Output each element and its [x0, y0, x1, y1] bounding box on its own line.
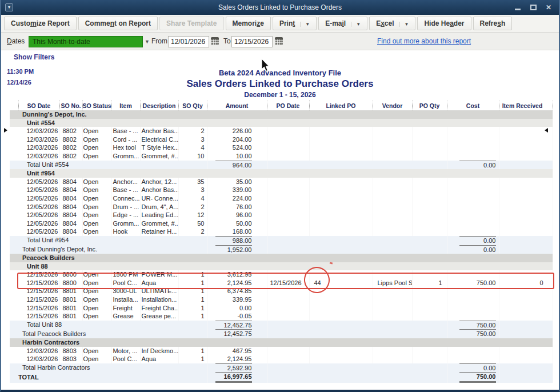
row-marker-right-icon — [545, 128, 548, 133]
show-filters-link[interactable]: Show Filters — [14, 53, 54, 61]
cell-so-qty: 10 — [178, 152, 207, 161]
find-out-more-link[interactable]: Find out more about this report — [377, 37, 471, 45]
excel-button[interactable]: Excel▼ — [369, 17, 415, 30]
cell-vendor — [373, 347, 412, 355]
table-row[interactable]: 12/15/20268800Open1500 PMPOWER M...13,61… — [10, 270, 553, 279]
group-label: Harbin Contractors — [18, 338, 553, 347]
customize-report-button[interactable]: Customize Report — [4, 17, 77, 30]
print-button[interactable]: Print▼ — [273, 17, 317, 30]
cell-vendor — [373, 203, 412, 211]
column-header-so-date: SO Date — [18, 101, 59, 110]
cell-linked-po — [309, 178, 373, 186]
report-company: Beta 2024 Advanced Inventory File — [1, 69, 559, 77]
cell-cost — [447, 347, 499, 355]
grand-total-row: TOTAL16,997.65750.00 — [10, 372, 553, 383]
total-row: Total Peacock Builders12,452.75750.00 — [10, 329, 553, 338]
column-header-po-date: PO Date — [267, 101, 309, 110]
table-row[interactable]: 12/15/20268801Open3000-ULULTIMATE...16,3… — [10, 287, 553, 295]
calendar-icon[interactable] — [275, 37, 283, 45]
cell-so-no: 8800 — [59, 279, 82, 287]
cell-item-received — [499, 143, 553, 152]
cell-so-status: Open — [82, 194, 111, 203]
cell-amount: 168.00 — [207, 227, 267, 236]
table-row[interactable]: 12/03/20268802OpenGromm...Grommet, #...1… — [10, 152, 553, 161]
hide-header-button[interactable]: Hide Header — [417, 17, 471, 30]
table-row[interactable]: 12/15/20268800OpenPool C...Aqua12,124.95… — [10, 279, 553, 287]
table-row[interactable]: 12/15/20268801OpenGreaseGrease pe...1-0.… — [10, 312, 553, 321]
maximize-button[interactable] — [527, 2, 539, 13]
cell-so-qty: 1 — [178, 312, 207, 321]
refresh-button[interactable]: Refresh — [473, 17, 513, 30]
cell-so-status: Open — [82, 135, 111, 144]
cell-linked-po — [309, 203, 373, 211]
cell-so-no: 8804 — [59, 186, 82, 194]
cell-so-date: 12/15/2026 — [18, 304, 59, 313]
cell-po-qty — [412, 186, 447, 194]
cell-cost — [447, 287, 499, 295]
cell-so-qty: 2 — [178, 127, 207, 135]
cell-description: Grommet, #... — [140, 219, 178, 228]
table-row[interactable]: 12/05/20268804OpenBase - ...Anchor Bas..… — [10, 186, 553, 194]
table-row[interactable]: 12/05/20268804OpenHookRetainer H...2168.… — [10, 227, 553, 236]
cell-item: Edge - ... — [111, 211, 140, 219]
report-table: SO DateSO No.SO StatusItemDescriptionSO … — [10, 101, 553, 383]
cell-po-date — [267, 304, 309, 313]
cell-item-received — [499, 203, 553, 211]
cell-cost — [447, 135, 499, 144]
cell-cost: 0.00 — [447, 236, 499, 245]
table-row[interactable]: 12/15/20268801OpenInstalla...Installatio… — [10, 295, 553, 304]
cell-so-qty: 4 — [178, 143, 207, 152]
cell-amount: 96.00 — [207, 211, 267, 219]
combo-arrow-icon[interactable]: ▼ — [145, 39, 150, 45]
email-button[interactable]: E-mail▼ — [318, 17, 367, 30]
cell-amount: 339.00 — [207, 186, 267, 194]
cell-so-date: 12/05/2026 — [18, 194, 59, 203]
cell-linked-po: 44 — [309, 279, 373, 287]
column-header-linked-po: Linked PO — [309, 101, 373, 110]
table-row[interactable]: 12/03/20268802OpenHex toolT Style Hex...… — [10, 143, 553, 152]
cell-po-date — [267, 143, 309, 152]
dropdown-arrow-icon: ▼ — [399, 22, 409, 27]
table-row[interactable]: 12/05/20268804OpenEdge - ...Leading Ed..… — [10, 211, 553, 219]
subsection-row: Unit #954 — [10, 169, 553, 178]
table-row[interactable]: 12/03/20268803OpenPool C...Aqua12,124.95 — [10, 355, 553, 363]
minimize-button[interactable] — [512, 2, 523, 13]
cell-so-qty: 1 — [178, 304, 207, 313]
table-row[interactable]: 12/03/20268803OpenMotor, ...Inf Deckmo..… — [10, 347, 553, 355]
cell-description: UR- Conne... — [140, 194, 178, 203]
cell-po-date — [267, 194, 309, 203]
cell-so-qty: 12 — [178, 211, 207, 219]
table-row[interactable]: 12/05/20268804OpenGromm...Grommet, #...5… — [10, 219, 553, 228]
cell-so-status: Open — [82, 178, 111, 186]
cell-item: Hex tool — [111, 143, 140, 152]
cell-cost: 0.00 — [447, 363, 499, 373]
cell-cost — [447, 203, 499, 211]
memorize-button[interactable]: Memorize — [226, 17, 271, 30]
cell-item-received — [499, 347, 553, 355]
table-row[interactable]: 12/05/20268804OpenConnec...UR- Conne...4… — [10, 194, 553, 203]
table-row[interactable]: 12/05/20268804OpenAnchor...Anchor, 12...… — [10, 178, 553, 186]
table-row[interactable]: 12/05/20268804OpenDrum - ...Drum, 4", A.… — [10, 203, 553, 211]
cell-vendor — [373, 178, 412, 186]
calendar-icon[interactable] — [211, 37, 219, 45]
cell-so-qty: 1 — [178, 355, 207, 363]
cell-vendor — [373, 295, 412, 304]
cell-description: T Style Hex... — [140, 143, 178, 152]
comment-on-report-button[interactable]: Comment on Report — [78, 17, 158, 30]
cell-vendor — [373, 211, 412, 219]
table-row[interactable]: 12/03/20268802OpenBase - ...Anchor Bas..… — [10, 127, 553, 135]
cell-po-date — [267, 347, 309, 355]
cell-item-received — [499, 194, 553, 203]
from-date-input[interactable] — [168, 36, 209, 47]
cell-so-status: Open — [82, 227, 111, 236]
close-button[interactable]: ✕ — [543, 2, 554, 13]
cell-linked-po — [309, 355, 373, 363]
cell-amount: 16,997.65 — [207, 372, 267, 383]
to-date-input[interactable] — [231, 36, 273, 47]
column-header-amount: Amount — [207, 101, 267, 110]
cell-so-no: 8801 — [59, 304, 82, 313]
table-row[interactable]: 12/15/20268801OpenFreightFreight Cha...1… — [10, 304, 553, 313]
date-range-select[interactable]: This Month-to-date — [29, 36, 143, 47]
table-row[interactable]: 12/03/20268802OpenCord - ...Electrical C… — [10, 135, 553, 144]
cell-so-qty: 50 — [178, 219, 207, 228]
